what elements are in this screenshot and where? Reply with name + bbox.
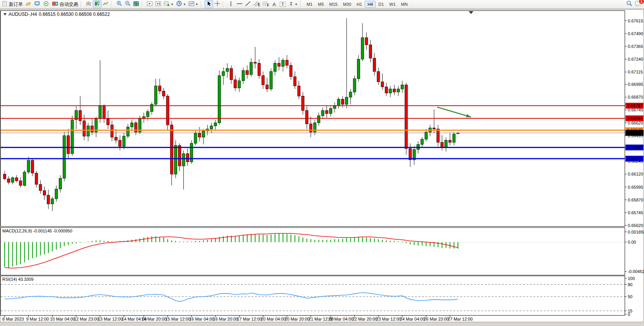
clock-icon <box>176 0 182 8</box>
candle-body <box>111 125 113 137</box>
time-axis-label: 27 Mar 12:00 <box>448 317 473 321</box>
candle-body <box>7 179 10 182</box>
timeframe-m5-button[interactable]: M5 <box>315 1 326 8</box>
candle-body <box>401 85 404 89</box>
bar-chart-icon <box>85 1 92 8</box>
timeframe-d1-button[interactable]: D1 <box>376 1 386 8</box>
zoom-out-button[interactable] <box>123 0 132 8</box>
fibo-sub-label: F <box>267 2 269 7</box>
auto-scroll-icon <box>147 1 153 8</box>
macd-indicator-label: MACD(12,26,9) -0.001145 -0.000950 <box>2 229 72 233</box>
candle-body <box>103 105 106 119</box>
time-axis-label: 20 Mar 20:00 <box>285 317 310 321</box>
candle-body <box>71 120 73 154</box>
candle-body <box>51 199 54 204</box>
template-button[interactable]: ▼ <box>187 0 200 8</box>
candle-body <box>63 136 66 178</box>
candle-body <box>246 70 249 75</box>
equidistant-channel-icon: E <box>253 1 260 8</box>
terminal-button[interactable] <box>33 0 42 8</box>
add-indicator-button[interactable]: ▼ <box>162 0 175 8</box>
bar-chart-button[interactable] <box>84 0 93 8</box>
candle-body <box>337 99 340 106</box>
candle-body <box>47 195 50 204</box>
arrows-tool-icon <box>288 1 294 8</box>
candle-body <box>302 96 304 111</box>
time-axis-label: 14 Mar 20:00 <box>142 317 167 321</box>
candle-body <box>433 128 436 129</box>
rsi-pane[interactable] <box>1 276 625 316</box>
candle-body <box>274 63 277 72</box>
label-tool-button[interactable]: T <box>278 0 287 8</box>
arrows-tool-button[interactable]: ▼ <box>287 0 299 8</box>
period-button[interactable]: ▼ <box>175 0 187 8</box>
chart-title-line[interactable]: AUDUSD-,H4 0.66515 0.66530 0.66508 0.665… <box>3 12 110 17</box>
new-order-button[interactable]: 新订单 <box>1 0 24 8</box>
time-axis-label: 24 Mar 04:00 <box>400 317 425 321</box>
zoom-out-icon <box>125 0 131 8</box>
timeframe-w1-button[interactable]: W1 <box>386 1 398 8</box>
candle-body <box>365 38 368 45</box>
chart-symbol-title: AUDUSD-,H4 <box>9 12 37 17</box>
new-order-label: 新订单 <box>9 1 23 8</box>
trendline-tool-button[interactable] <box>244 0 252 8</box>
auto-trading-icon <box>52 1 58 8</box>
price-tag-label: 0.66522 <box>627 131 642 135</box>
fibonacci-tool-button[interactable]: F <box>261 0 270 8</box>
candle-body <box>178 145 181 166</box>
auto-scroll-button[interactable] <box>145 0 154 8</box>
candle-body <box>294 77 296 86</box>
toolbar-grip <box>201 1 203 7</box>
candle-body <box>325 111 328 114</box>
crosshair-tool-button[interactable] <box>213 0 222 8</box>
price-tag-label: 0.66787 <box>627 103 642 108</box>
rsi-axis-label: 0 <box>628 312 630 317</box>
timeframe-h1-button[interactable]: H1 <box>354 1 365 8</box>
vertical-line-tool-button[interactable] <box>227 0 235 8</box>
chart-shift-button[interactable] <box>154 0 162 8</box>
timeframe-mn-button[interactable]: MN <box>398 1 410 8</box>
time-axis-label: 16 Mar 20:00 <box>213 317 238 321</box>
strategy-signal-button[interactable] <box>42 0 51 8</box>
candle-body <box>218 76 221 123</box>
timeframe-h4-button[interactable]: H4 <box>365 1 376 8</box>
candle-body <box>67 136 70 154</box>
candle-body <box>397 89 400 92</box>
price-axis-label: 0.65995 <box>628 185 643 189</box>
tile-windows-button[interactable] <box>132 0 140 8</box>
price-axis-label: 0.67240 <box>628 57 643 61</box>
candle-body <box>39 184 42 191</box>
line-chart-button[interactable] <box>101 0 110 8</box>
text-tool-icon: A <box>272 2 276 7</box>
zoom-in-button[interactable] <box>115 0 123 8</box>
candle-body <box>381 82 384 87</box>
time-axis-label: 23 Mar 12:00 <box>376 317 401 321</box>
candle-body <box>43 191 46 195</box>
candle-body <box>266 85 268 89</box>
notifications-button[interactable]: 1 <box>635 0 642 8</box>
timeframe-m1-button[interactable]: M1 <box>304 1 315 8</box>
chart-canvas[interactable]: 0.676150.674900.673650.672400.671150.669… <box>0 0 644 326</box>
terminal-icon <box>34 1 41 8</box>
data-window-toggle-icon[interactable] <box>3 13 7 15</box>
channel-tool-button[interactable]: E <box>252 0 261 8</box>
search-icon[interactable] <box>626 0 632 8</box>
market-watch-button[interactable] <box>24 0 33 8</box>
candle-body <box>15 178 18 181</box>
candlestick-chart-button[interactable] <box>93 0 101 8</box>
auto-trading-button[interactable]: 自动交易 <box>51 0 79 8</box>
timeframe-m30-button[interactable]: M30 <box>340 1 354 8</box>
candle-body <box>437 129 439 143</box>
macd-axis-label: 0.001893 <box>628 230 644 234</box>
horizontal-line-tool-button[interactable] <box>235 0 244 8</box>
macd-pane[interactable] <box>1 228 625 275</box>
time-axis-label: 20 Mar 04:00 <box>261 317 286 321</box>
cursor-tool-button[interactable] <box>205 0 213 8</box>
candle-body <box>421 139 424 144</box>
timeframe-m15-button[interactable]: M15 <box>326 1 340 8</box>
candle-body <box>123 136 125 147</box>
candle-body <box>306 111 308 124</box>
toolbar-grip <box>111 1 114 7</box>
text-tool-button[interactable]: A <box>270 0 278 8</box>
rsi-axis-label: 80 <box>628 282 632 287</box>
